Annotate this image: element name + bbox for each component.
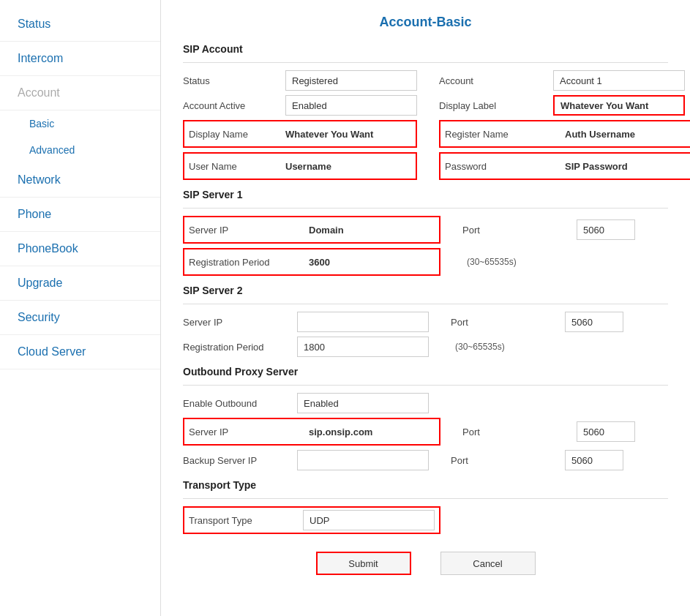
transport-type-label: Transport Type [189, 515, 299, 526]
sidebar-item-status[interactable]: Status [0, 7, 160, 42]
sidebar-item-upgrade[interactable]: Upgrade [0, 266, 160, 301]
main-content: Account-Basic SIP Account Status Account… [161, 0, 690, 616]
outbound-server-ip-label: Server IP [189, 427, 299, 437]
display-label-label: Display Label [439, 100, 549, 111]
sidebar-item-account[interactable]: Account [0, 76, 160, 110]
transport-section: Transport Type [183, 479, 668, 491]
account-active-input[interactable] [285, 95, 417, 116]
password-label: Password [445, 161, 555, 172]
outbound-server-ip-input[interactable] [303, 421, 435, 442]
sidebar-item-phonebook[interactable]: PhoneBook [0, 232, 160, 266]
outbound-proxy-section: Outbound Proxy Server [183, 366, 668, 378]
sip1-port-label: Port [462, 225, 572, 236]
sip-server1-section: SIP Server 1 [183, 189, 668, 200]
sip1-reg-period-input[interactable] [303, 252, 435, 272]
status-input[interactable] [285, 70, 417, 91]
sidebar-item-network[interactable]: Network [0, 163, 160, 198]
enable-outbound-input[interactable] [297, 393, 429, 413]
sidebar-item-intercom[interactable]: Intercom [0, 42, 160, 76]
display-label-input[interactable] [553, 95, 685, 116]
sidebar: Status Intercom Account Basic Advanced N… [0, 0, 161, 616]
display-name-input[interactable] [280, 124, 411, 144]
account-label: Account [439, 75, 549, 86]
backup-port-label: Port [451, 455, 560, 466]
account-input[interactable] [553, 70, 685, 91]
backup-port-input[interactable] [565, 450, 623, 470]
register-name-label: Register Name [445, 129, 555, 140]
sidebar-item-cloudserver[interactable]: Cloud Server [0, 335, 160, 369]
button-row: Submit Cancel [183, 552, 668, 575]
sip1-port-input[interactable] [577, 219, 635, 240]
cancel-button[interactable]: Cancel [440, 552, 536, 575]
sip1-reg-period-hint: (30~65535s) [462, 257, 517, 267]
status-label: Status [183, 75, 281, 86]
sip2-server-ip-input[interactable] [297, 312, 429, 332]
sip2-reg-period-input[interactable] [297, 337, 429, 357]
backup-ip-input[interactable] [297, 450, 429, 470]
user-name-label: User Name [189, 161, 275, 172]
sidebar-item-phone[interactable]: Phone [0, 198, 160, 232]
sidebar-subitem-advanced[interactable]: Advanced [0, 137, 160, 163]
sip2-reg-period-label: Registration Period [183, 342, 293, 353]
sidebar-item-security[interactable]: Security [0, 301, 160, 335]
sip1-server-ip-input[interactable] [303, 219, 435, 240]
user-name-input[interactable] [280, 156, 411, 176]
sip1-server-ip-label: Server IP [189, 225, 299, 236]
sip1-reg-period-label: Registration Period [189, 257, 299, 268]
page-title: Account-Basic [183, 15, 668, 30]
register-name-input[interactable] [559, 124, 690, 144]
sip-server2-section: SIP Server 2 [183, 285, 668, 296]
sip2-reg-period-hint: (30~65535s) [451, 342, 505, 352]
display-name-label: Display Name [189, 129, 275, 140]
submit-button[interactable]: Submit [316, 552, 411, 575]
enable-outbound-label: Enable Outbound [183, 398, 293, 409]
sidebar-subitem-basic[interactable]: Basic [0, 110, 160, 137]
password-input[interactable] [559, 156, 690, 176]
sip2-port-label: Port [451, 317, 560, 328]
account-active-label: Account Active [183, 100, 281, 111]
backup-ip-label: Backup Server IP [183, 455, 293, 466]
sip-account-section: SIP Account [183, 43, 668, 55]
outbound-port-label: Port [462, 427, 572, 437]
sip2-port-input[interactable] [565, 312, 623, 332]
transport-type-input[interactable] [303, 510, 435, 530]
sip2-server-ip-label: Server IP [183, 317, 293, 328]
outbound-port-input[interactable] [577, 421, 635, 442]
